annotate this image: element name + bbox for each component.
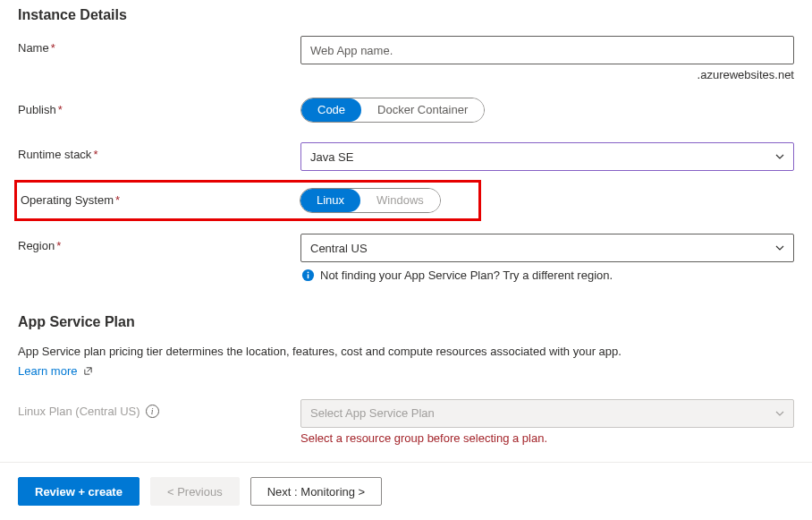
plan-error-text: Select a resource group before selecting… [300, 431, 794, 445]
info-outline-icon[interactable]: i [146, 405, 159, 418]
linux-plan-label: Linux Plan (Central US) i [18, 399, 300, 418]
os-toggle[interactable]: Linux Windows [300, 188, 441, 213]
row-publish: Publish* Code Docker Container [18, 98, 794, 126]
publish-toggle[interactable]: Code Docker Container [300, 98, 485, 123]
row-linux-plan: Linux Plan (Central US) i Select App Ser… [18, 399, 794, 445]
region-select[interactable]: Central US [300, 234, 794, 262]
os-option-linux[interactable]: Linux [300, 189, 360, 212]
name-label: Name* [18, 36, 300, 55]
publish-label: Publish* [18, 98, 300, 116]
name-input[interactable] [300, 36, 794, 64]
next-button[interactable]: Next : Monitoring > [250, 477, 382, 506]
runtime-label: Runtime stack* [18, 142, 300, 161]
learn-more-link[interactable]: Learn more [18, 364, 93, 378]
svg-rect-1 [307, 274, 309, 278]
external-link-icon [80, 364, 93, 378]
previous-button: < Previous [150, 477, 240, 506]
section-app-plan-title: App Service Plan [18, 314, 794, 330]
info-icon [300, 268, 315, 282]
runtime-select[interactable]: Java SE [300, 142, 794, 171]
region-label: Region* [18, 234, 300, 252]
footer-actions: Review + create < Previous Next : Monito… [0, 462, 812, 520]
section-instance-details-title: Instance Details [18, 7, 794, 23]
row-os: Operating System* Linux Windows [14, 180, 481, 221]
row-runtime: Runtime stack* Java SE [18, 142, 794, 171]
app-plan-desc: App Service plan pricing tier determines… [18, 343, 794, 361]
os-option-windows: Windows [360, 189, 440, 212]
publish-option-docker[interactable]: Docker Container [361, 98, 484, 122]
review-create-button[interactable]: Review + create [18, 477, 140, 506]
row-region: Region* Central US Not finding your App … [18, 234, 794, 282]
os-label: Operating System* [17, 188, 300, 207]
svg-point-2 [307, 271, 309, 273]
name-suffix: .azurewebsites.net [300, 68, 794, 81]
region-hint-text: Not finding your App Service Plan? Try a… [320, 269, 613, 282]
region-hint-row: Not finding your App Service Plan? Try a… [300, 268, 794, 282]
publish-option-code[interactable]: Code [301, 98, 361, 122]
row-name: Name* .azurewebsites.net [18, 36, 794, 81]
linux-plan-select: Select App Service Plan [300, 399, 794, 428]
